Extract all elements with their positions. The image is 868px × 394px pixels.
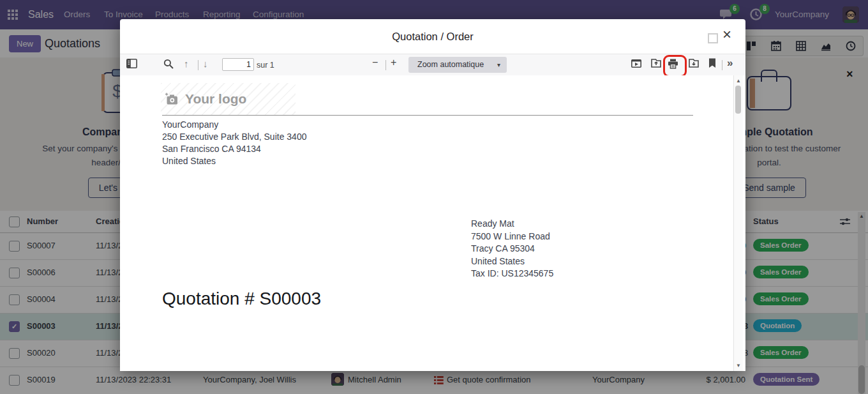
close-icon[interactable]: ×	[722, 27, 731, 42]
pdf-scroll-up-icon[interactable]: ▲	[734, 78, 743, 84]
pdf-scrollbar-thumb[interactable]	[735, 86, 741, 114]
document-logo-placeholder: Your logo	[161, 83, 296, 115]
screen: Sales Orders To Invoice Products Reporti…	[0, 0, 868, 394]
document-customer-address: Ready Mat 7500 W Linne Road Tracy CA 953…	[471, 218, 553, 280]
bookmark-icon[interactable]	[708, 58, 716, 68]
modal-title: Quotation / Order	[120, 31, 745, 43]
pdf-scrollbar[interactable]: ▲ ▼	[733, 75, 743, 371]
open-file-icon[interactable]	[651, 58, 662, 68]
more-tools-icon[interactable]: »	[727, 57, 731, 70]
download-icon[interactable]	[689, 58, 700, 68]
pdf-scroll-down-icon[interactable]: ▼	[734, 363, 743, 368]
company-country: United States	[162, 155, 306, 167]
camera-icon	[165, 93, 179, 105]
page-number-input[interactable]	[222, 58, 254, 71]
company-city: San Francisco CA 94134	[162, 143, 306, 155]
customer-city: Tracy CA 95304	[471, 243, 553, 255]
document-title: Quotation # S00003	[162, 289, 321, 309]
document-divider	[162, 115, 693, 116]
pdf-viewer: Your logo YourCompany 250 Executive Park…	[120, 75, 745, 371]
search-icon[interactable]	[163, 59, 174, 69]
company-name: YourCompany	[162, 119, 306, 131]
next-page-icon[interactable]: ↓	[203, 58, 208, 69]
customer-tax-id: Tax ID: US12345675	[471, 268, 553, 280]
page-count-label: sur 1	[257, 61, 274, 70]
chevron-down-icon: ▾	[497, 57, 500, 73]
customer-street: 7500 W Linne Road	[471, 231, 553, 243]
customer-country: United States	[471, 255, 553, 268]
presentation-mode-icon[interactable]	[631, 59, 641, 68]
document-company-address: YourCompany 250 Executive Park Blvd, Sui…	[162, 119, 306, 167]
zoom-select-value: Zoom automatique	[417, 60, 484, 69]
expand-icon[interactable]	[708, 33, 718, 43]
print-icon[interactable]	[668, 59, 678, 69]
customer-name: Ready Mat	[471, 218, 553, 231]
zoom-select[interactable]: Zoom automatique ▾	[408, 57, 507, 73]
pdf-preview-modal: Quotation / Order × ↑ ↓ sur 1	[120, 19, 745, 371]
zoom-out-icon[interactable]: −	[372, 57, 378, 68]
toggle-sidebar-icon[interactable]	[126, 59, 137, 68]
logo-text: Your logo	[185, 91, 246, 107]
previous-page-icon[interactable]: ↑	[184, 58, 189, 69]
company-street: 250 Executive Park Blvd, Suite 3400	[162, 131, 306, 143]
pdf-toolbar: ↑ ↓ sur 1 − + Zoom automatique ▾	[120, 54, 745, 76]
zoom-in-icon[interactable]: +	[391, 57, 396, 68]
